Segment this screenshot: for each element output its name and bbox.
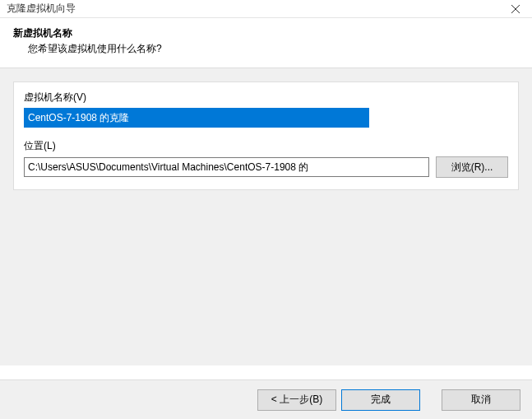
vm-name-group: 虚拟机名称(V) — [24, 91, 508, 128]
location-input[interactable] — [24, 157, 429, 177]
browse-button[interactable]: 浏览(R)... — [436, 156, 508, 178]
location-label: 位置(L) — [24, 139, 508, 153]
wizard-header: 新虚拟机名称 您希望该虚拟机使用什么名称? — [0, 18, 532, 68]
form-panel: 虚拟机名称(V) 位置(L) 浏览(R)... — [13, 81, 519, 190]
window-title: 克隆虚拟机向导 — [7, 2, 76, 16]
titlebar: 克隆虚拟机向导 — [0, 0, 532, 18]
vm-name-input[interactable] — [24, 108, 369, 128]
close-button[interactable] — [504, 1, 527, 17]
back-button[interactable]: < 上一步(B) — [257, 389, 336, 411]
vm-name-label: 虚拟机名称(V) — [24, 91, 508, 105]
location-group: 位置(L) 浏览(R)... — [24, 139, 508, 178]
close-icon — [511, 4, 520, 14]
page-subtitle: 您希望该虚拟机使用什么名称? — [13, 42, 519, 56]
finish-button[interactable]: 完成 — [341, 389, 420, 411]
cancel-button[interactable]: 取消 — [442, 389, 520, 411]
wizard-footer: < 上一步(B) 完成 取消 — [0, 379, 532, 419]
page-title: 新虚拟机名称 — [13, 26, 519, 40]
content-area: 虚拟机名称(V) 位置(L) 浏览(R)... — [0, 68, 532, 365]
